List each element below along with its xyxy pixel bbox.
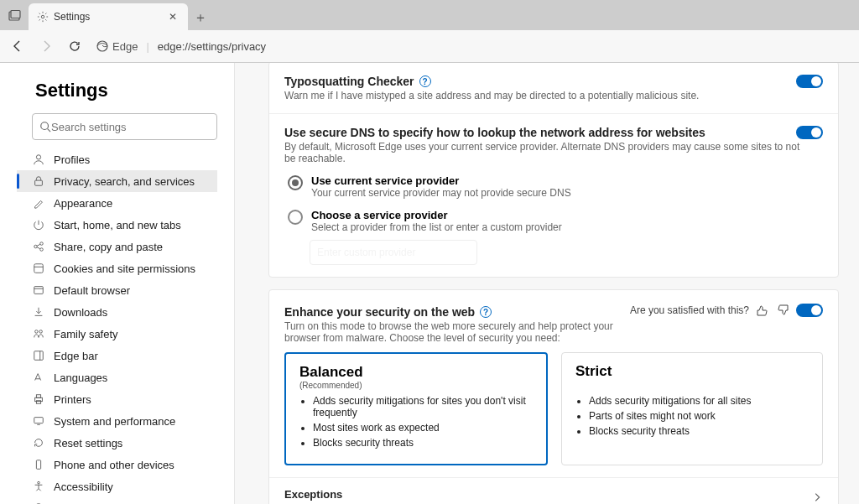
enhance-title: Enhance your security on the web bbox=[284, 305, 475, 319]
feedback-label: Are you satisfied with this? bbox=[630, 304, 749, 316]
sidebar-item-label: Profiles bbox=[54, 153, 90, 166]
phone-icon bbox=[32, 458, 45, 471]
strict-bullet: Parts of sites might not work bbox=[589, 410, 809, 422]
sidebar-item-label: Privacy, search, and services bbox=[54, 175, 195, 188]
sidebar: Settings Profiles Privacy, search, and s… bbox=[0, 63, 235, 504]
enhance-security-card: Enhance your security on the web ? Turn … bbox=[268, 289, 839, 504]
svg-point-20 bbox=[38, 481, 40, 484]
back-button[interactable] bbox=[5, 34, 30, 59]
toolbar: Edge | edge://settings/privacy bbox=[0, 30, 859, 62]
sidebar-item-family[interactable]: Family safety bbox=[17, 323, 217, 345]
svg-point-9 bbox=[40, 248, 44, 252]
dns-custom-input: Enter custom provider bbox=[310, 240, 477, 265]
balanced-recommended: (Recommended) bbox=[299, 381, 533, 390]
exceptions-title: Exceptions bbox=[284, 488, 342, 501]
secure-dns-row: Use secure DNS to specify how to lookup … bbox=[269, 113, 838, 277]
sidebar-item-label: Edge bar bbox=[54, 350, 98, 362]
typosquatting-desc: Warn me if I have mistyped a site addres… bbox=[284, 90, 804, 101]
search-wrap bbox=[32, 113, 217, 140]
refresh-button[interactable] bbox=[62, 34, 87, 59]
sidebar-item-appearance[interactable]: Appearance bbox=[17, 192, 217, 214]
sidebar-item-label: Appearance bbox=[54, 197, 112, 210]
site-identity: Edge bbox=[96, 39, 138, 53]
sidebar-item-label: Start, home, and new tabs bbox=[54, 219, 181, 231]
printer-icon bbox=[32, 392, 45, 406]
sidebar-item-edgebar[interactable]: Edge bar bbox=[17, 345, 217, 366]
svg-point-5 bbox=[36, 155, 40, 159]
search-input[interactable] bbox=[51, 121, 210, 133]
svg-point-13 bbox=[39, 330, 43, 334]
dns-option-current[interactable]: Use current service provider Your curren… bbox=[284, 168, 823, 202]
sidebar-item-label: Share, copy and paste bbox=[54, 241, 163, 253]
search-icon bbox=[39, 121, 51, 132]
sidebar-item-phone[interactable]: Phone and other devices bbox=[17, 454, 217, 475]
sidebar-item-languages[interactable]: Languages bbox=[17, 366, 217, 388]
sidebar-item-downloads[interactable]: Downloads bbox=[17, 301, 217, 323]
sidebar-item-profiles[interactable]: Profiles bbox=[17, 148, 217, 170]
svg-rect-18 bbox=[34, 418, 44, 423]
profile-icon bbox=[32, 153, 45, 166]
gear-icon bbox=[37, 11, 49, 23]
balanced-bullet: Adds security mitigations for sites you … bbox=[313, 395, 533, 418]
enhance-desc: Turn on this mode to browse the web more… bbox=[284, 320, 645, 344]
dns-radio-group: Use current service provider Your curren… bbox=[284, 168, 823, 265]
sidebar-item-printers[interactable]: Printers bbox=[17, 388, 217, 410]
brand-label: Edge bbox=[112, 40, 138, 53]
typosquatting-row: Typosquatting Checker ? Warn me if I hav… bbox=[269, 63, 838, 113]
sidebar-item-system[interactable]: System and performance bbox=[17, 410, 217, 432]
typosquatting-toggle[interactable] bbox=[796, 75, 823, 88]
svg-point-3 bbox=[97, 41, 107, 51]
reset-icon bbox=[32, 436, 45, 449]
tab-settings[interactable]: Settings ✕ bbox=[29, 3, 188, 30]
sidebar-item-default[interactable]: Default browser bbox=[17, 279, 217, 301]
tab-close-icon[interactable]: ✕ bbox=[166, 11, 180, 23]
security-card-top: Typosquatting Checker ? Warn me if I hav… bbox=[268, 63, 839, 278]
balanced-title: Balanced bbox=[299, 364, 533, 381]
svg-point-7 bbox=[34, 245, 38, 248]
dns-toggle[interactable] bbox=[796, 126, 823, 139]
tab-strip: Settings ✕ ＋ bbox=[0, 0, 859, 30]
balanced-bullet: Blocks security threats bbox=[313, 437, 533, 449]
balanced-bullet: Most sites work as expected bbox=[313, 422, 533, 434]
strict-bullet: Adds security mitigations for all sites bbox=[589, 395, 809, 407]
dns-option-current-sub: Your current service provider may not pr… bbox=[311, 187, 571, 199]
sidebar-item-start[interactable]: Start, home, and new tabs bbox=[17, 214, 217, 236]
svg-rect-16 bbox=[36, 395, 40, 398]
dns-option-choose[interactable]: Choose a service provider Select a provi… bbox=[284, 202, 823, 236]
thumbs-up-icon[interactable] bbox=[756, 304, 769, 317]
sidebar-item-reset[interactable]: Reset settings bbox=[17, 432, 217, 454]
feedback-area: Are you satisfied with this? bbox=[630, 304, 789, 317]
address-bar[interactable]: Edge | edge://settings/privacy bbox=[91, 39, 854, 53]
strict-title: Strict bbox=[575, 363, 809, 380]
sidebar-item-share[interactable]: Share, copy and paste bbox=[17, 236, 217, 257]
main-content: Typosquatting Checker ? Warn me if I hav… bbox=[235, 63, 859, 504]
sidebar-item-about[interactable]: About Microsoft Edge bbox=[17, 497, 217, 504]
dns-title: Use secure DNS to specify how to lookup … bbox=[284, 126, 705, 139]
sidebar-item-label: Phone and other devices bbox=[54, 459, 174, 471]
tab-actions-icon[interactable] bbox=[0, 2, 29, 30]
forward-button bbox=[34, 34, 59, 59]
enhance-toggle[interactable] bbox=[796, 304, 823, 317]
chevron-right-icon bbox=[811, 491, 823, 503]
strict-bullet: Blocks security threats bbox=[589, 425, 809, 437]
sidebar-item-cookies[interactable]: Cookies and site permissions bbox=[17, 257, 217, 279]
sidebar-nav: Profiles Privacy, search, and services A… bbox=[17, 148, 217, 504]
exceptions-row[interactable]: Exceptions Turn off this feature on site… bbox=[269, 477, 838, 504]
svg-point-2 bbox=[41, 15, 44, 18]
dns-option-current-label: Use current service provider bbox=[311, 174, 571, 187]
security-level-balanced[interactable]: Balanced (Recommended) Adds security mit… bbox=[284, 352, 548, 465]
sidebar-item-label: Reset settings bbox=[54, 437, 122, 449]
security-level-strict[interactable]: Strict Adds security mitigations for all… bbox=[561, 352, 823, 465]
sidebar-item-label: Languages bbox=[54, 372, 107, 384]
help-icon[interactable]: ? bbox=[419, 75, 431, 87]
thumbs-down-icon[interactable] bbox=[776, 304, 789, 317]
power-icon bbox=[32, 218, 45, 231]
svg-rect-6 bbox=[35, 180, 43, 185]
new-tab-button[interactable]: ＋ bbox=[188, 5, 213, 30]
help-icon[interactable]: ? bbox=[480, 306, 492, 318]
lock-icon bbox=[32, 174, 45, 188]
download-icon bbox=[32, 305, 45, 319]
appearance-icon bbox=[32, 196, 45, 210]
sidebar-item-privacy[interactable]: Privacy, search, and services bbox=[17, 170, 217, 192]
sidebar-item-accessibility[interactable]: Accessibility bbox=[17, 475, 217, 497]
